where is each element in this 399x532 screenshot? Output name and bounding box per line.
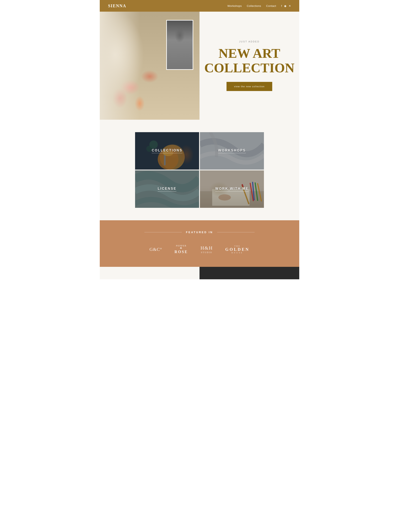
hero-title-line2: COLLECTION [204,60,294,75]
collections-label: COLLECTIONS [152,149,183,153]
grid-item-workshops[interactable]: WORKSHOPS [200,132,264,170]
nav-contact[interactable]: Contact [266,4,276,7]
grid-container: COLLECTIONS WORKSHOPS [135,132,264,208]
featured-title: FEATURED IN [186,231,213,234]
svg-point-7 [138,82,153,99]
featured-section: FEATURED IN G&C° PEPPER ⁂ ROSE H&H STUDI… [100,220,299,267]
svg-rect-12 [106,63,137,69]
workshops-label: WORKSHOPS [218,149,246,153]
footer-left [100,267,200,279]
hero-text-area: JUST ADDED NEW ART COLLECTION View the n… [200,32,299,100]
main-nav: Workshops Collections Contact f ◉ ✕ [227,4,291,7]
collections-overlay: COLLECTIONS [135,132,199,170]
svg-point-22 [173,28,187,36]
svg-rect-10 [108,66,150,71]
twitter-icon[interactable]: ✕ [289,4,291,7]
footer-area [100,267,299,279]
facebook-icon[interactable]: f [281,4,282,7]
footer-right [200,267,299,279]
hero-title: NEW ART COLLECTION [204,46,294,76]
grid-section: COLLECTIONS WORKSHOPS [100,120,299,220]
view-collection-button[interactable]: View the new collection [227,82,272,91]
hero-badge: JUST ADDED [239,40,260,43]
svg-point-4 [131,90,152,108]
svg-point-8 [111,86,122,100]
nav-collections[interactable]: Collections [247,4,261,7]
logos-row: G&C° PEPPER ⁂ ROSE H&H STUDIO THE GOLDEN… [108,244,291,254]
svg-point-20 [174,30,186,44]
featured-line-right [217,232,254,232]
site-logo[interactable]: SIENNA [108,4,126,8]
portrait-svg [167,21,193,69]
featured-line-left [145,232,182,232]
grid-item-license[interactable]: LICENSE [135,171,199,208]
hero-title-line1: NEW ART [218,46,280,61]
workshops-overlay: WORKSHOPS [200,132,264,170]
brand-pepper-rose: PEPPER ⁂ ROSE [175,244,188,254]
license-overlay: LICENSE [135,171,199,208]
brand-golden-house: THE GOLDEN HOUSE [225,245,250,254]
license-label: LICENSE [158,187,177,191]
svg-point-3 [117,79,140,98]
hero-section: JUST ADDED NEW ART COLLECTION View the n… [100,12,299,120]
svg-rect-2 [106,43,168,114]
workwithme-label: WORK WITH ME [215,187,248,191]
hero-portrait-image [166,20,193,70]
svg-point-6 [125,100,141,114]
workwithme-overlay: WORK WITH ME [200,171,264,208]
instagram-icon[interactable]: ◉ [284,4,287,7]
svg-point-5 [111,93,130,109]
grid-item-collections[interactable]: COLLECTIONS [135,132,199,170]
social-links: f ◉ ✕ [281,4,291,7]
site-header: SIENNA Workshops Collections Contact f ◉… [100,0,299,12]
brand-gnco: G&C° [149,247,162,252]
grid-item-workwithme[interactable]: WORK WITH ME [200,171,264,208]
svg-rect-19 [167,21,193,69]
hero-images [100,12,200,120]
nav-workshops[interactable]: Workshops [227,4,242,7]
svg-point-9 [147,97,156,109]
featured-header: FEATURED IN [108,231,291,234]
svg-rect-21 [172,43,188,69]
svg-rect-11 [110,70,147,73]
brand-hh-studio: H&H STUDIO [201,245,213,253]
